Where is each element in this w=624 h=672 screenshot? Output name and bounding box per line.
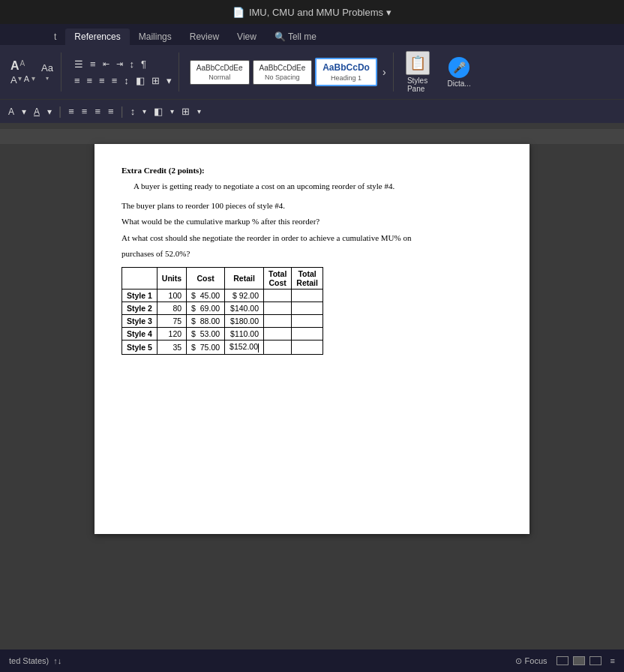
indent-increase-btn[interactable]: ⇥ — [114, 57, 125, 71]
align-left-btn[interactable]: ≡ — [72, 74, 82, 88]
style3-total-retail — [292, 315, 323, 328]
shading-btn[interactable]: ◧ — [134, 74, 147, 88]
paragraph-left-btn[interactable]: ≡ — [66, 104, 76, 118]
col-header-style — [122, 268, 158, 290]
view-icons-group — [556, 656, 602, 665]
list-bullet-btn[interactable]: ☰ — [72, 57, 86, 71]
borders-btn[interactable]: ⊞ — [149, 74, 162, 88]
document-page[interactable]: Extra Credit (2 points): A buyer is gett… — [94, 144, 530, 534]
styles-pane-button[interactable]: 📋 StylesPane — [400, 48, 436, 96]
style5-total-retail — [292, 340, 323, 354]
title-bar: 📄 IMU, CMU and MMU Problems ▾ — [0, 0, 624, 24]
title-text: IMU, CMU and MMU Problems — [249, 7, 383, 18]
table-row-style1: Style 1 100 $ 45.00 $ 92.00 — [122, 290, 323, 302]
line-spacing-row2-btn[interactable]: ↕ — [128, 104, 138, 118]
focus-button[interactable]: ⊙ Focus — [515, 656, 548, 666]
highlight-btn[interactable]: ◧ — [152, 104, 165, 118]
style4-total-retail — [292, 328, 323, 340]
style2-units: 80 — [157, 302, 186, 315]
tab-review[interactable]: Review — [181, 28, 228, 45]
tab-view[interactable]: View — [228, 28, 266, 45]
show-hide-btn[interactable]: ¶ — [139, 57, 148, 71]
status-right: ⊙ Focus ≡ — [515, 656, 615, 666]
line-spacing-row2-dropdown[interactable]: ▾ — [140, 106, 148, 117]
col-header-total-cost: TotalCost — [264, 268, 292, 290]
document-content: Extra Credit (2 points): A buyer is gett… — [122, 165, 502, 355]
doc-icon: 📄 — [232, 7, 244, 18]
paragraph-justify-btn[interactable]: ≡ — [106, 104, 116, 118]
aa-button[interactable]: Aa ▾ — [38, 61, 56, 83]
paragraph-group: ☰ ≡ ⇤ ⇥ ↕ ¶ ≡ ≡ ≡ ≡ ↕ ◧ ⊞ ▾ — [68, 52, 179, 92]
style-no-spacing[interactable]: AaBbCcDdEe No Spacing — [253, 60, 313, 85]
borders-dropdown[interactable]: ▾ — [164, 74, 174, 88]
style4-total-cost — [264, 328, 292, 340]
style1-cost: $ 45.00 — [187, 290, 225, 302]
line-spacing-btn[interactable]: ↕ — [122, 74, 131, 88]
format-underline-btn[interactable]: A — [32, 105, 42, 118]
title-dropdown[interactable]: ▾ — [386, 7, 392, 18]
paragraph-right-btn[interactable]: ≡ — [92, 104, 103, 118]
view-icon-1[interactable] — [556, 656, 568, 665]
underline-a-icon: A — [24, 74, 29, 86]
style4-cost: $ 53.00 — [187, 328, 225, 340]
style4-retail: $110.00 — [225, 328, 264, 340]
tab-mailings[interactable]: Mailings — [130, 28, 181, 45]
sort-btn[interactable]: ↕ — [128, 57, 137, 71]
underline-color-dropdown[interactable]: ▾ — [32, 74, 35, 86]
style2-total-retail — [292, 302, 323, 315]
intro-line: A buyer is getting ready to negotiate a … — [134, 181, 502, 192]
style1-retail: $ 92.00 — [225, 290, 264, 302]
style-normal[interactable]: AaBbCcDdEe Normal — [190, 60, 250, 85]
zoom-icon[interactable]: ≡ — [610, 656, 615, 665]
font-size-a-large: A — [10, 59, 20, 73]
format-underline-color-btn[interactable]: ▾ — [45, 105, 54, 118]
style-heading1[interactable]: AaBbCcDo Heading 1 — [315, 58, 377, 86]
style2-retail: $140.00 — [225, 302, 264, 315]
view-icon-2[interactable] — [573, 656, 585, 665]
doc-ruler-bar — [0, 129, 624, 144]
style1-label: Style 1 — [122, 290, 158, 302]
align-right-btn[interactable]: ≡ — [97, 74, 107, 88]
tab-t[interactable]: t — [45, 28, 65, 45]
style3-cost: $ 88.00 — [187, 315, 225, 328]
status-bar: ted States) ↑↓ ⊙ Focus ≡ — [0, 650, 624, 672]
tab-references[interactable]: References — [65, 28, 129, 45]
indent-decrease-btn[interactable]: ⇤ — [100, 57, 112, 71]
style4-label: Style 4 — [122, 328, 158, 340]
font-color-dropdown[interactable]: ▾ — [18, 74, 22, 86]
style2-cost: $ 69.00 — [187, 302, 225, 315]
format-font-btn[interactable]: A — [6, 105, 16, 118]
tab-tell-me[interactable]: 🔍 Tell me — [266, 28, 326, 45]
styles-more-btn[interactable]: › — [380, 64, 388, 80]
style1-total-retail — [292, 290, 323, 302]
align-justify-btn[interactable]: ≡ — [110, 74, 120, 88]
view-icon-3[interactable] — [590, 656, 602, 665]
style5-cost: $ 75.00 — [187, 340, 225, 354]
ribbon-row2: A ▾ A ▾ | ≡ ≡ ≡ ≡ | ↕ ▾ ◧ ▾ ⊞ ▾ — [0, 99, 624, 123]
style5-units: 35 — [157, 340, 186, 354]
style5-label: Style 5 — [122, 340, 158, 354]
focus-label: Focus — [525, 656, 548, 665]
style3-label: Style 3 — [122, 315, 158, 328]
highlight-dropdown[interactable]: ▾ — [168, 106, 176, 117]
style1-units: 100 — [157, 290, 186, 302]
style5-retail: $152.00 — [225, 340, 264, 354]
status-left: ted States) ↑↓ — [9, 656, 62, 665]
paragraph-center-btn[interactable]: ≡ — [80, 104, 90, 118]
table-btn[interactable]: ⊞ — [179, 104, 192, 118]
purchases-line: purchases of 52.0%? — [122, 248, 502, 260]
font-group: A A A ▾ A ▾ Aa ▾ — [6, 52, 62, 92]
list-numbered-btn[interactable]: ≡ — [88, 57, 98, 71]
style3-units: 75 — [157, 315, 186, 328]
style5-total-cost — [264, 340, 292, 354]
language-indicator: ted States) — [9, 656, 49, 665]
align-center-btn[interactable]: ≡ — [85, 74, 95, 88]
style1-total-cost — [264, 290, 292, 302]
dictate-button[interactable]: 🎤 Dicta... — [442, 54, 477, 91]
format-color-btn[interactable]: ▾ — [20, 105, 28, 118]
styles-pane-icon: 📋 — [406, 51, 430, 75]
table-dropdown[interactable]: ▾ — [195, 106, 203, 117]
style2-label: Style 2 — [122, 302, 158, 315]
table-row-style5: Style 5 35 $ 75.00 $152.00 — [122, 340, 323, 354]
cumulative-question: What would be the cumulative markup % af… — [122, 216, 502, 227]
